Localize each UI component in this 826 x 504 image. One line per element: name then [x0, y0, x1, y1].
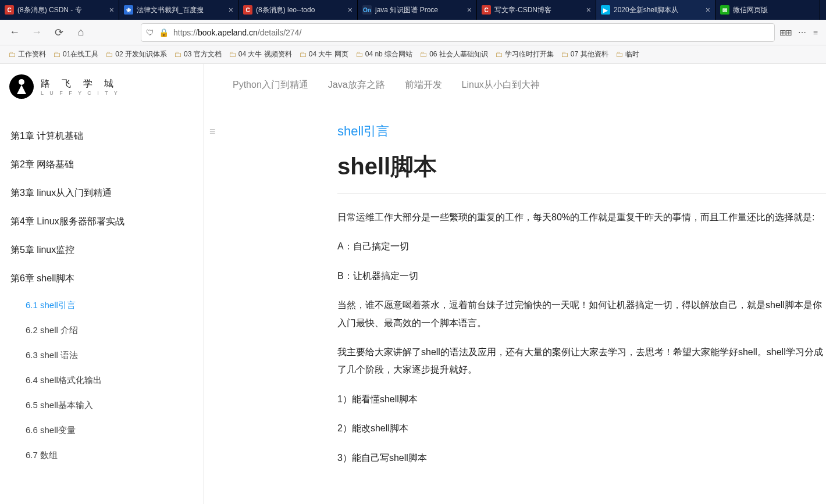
forward-button[interactable]: → [28, 24, 45, 41]
browser-tab[interactable]: C写文章-CSDN博客× [477, 0, 596, 20]
bookmarks-bar: 🗀工作资料 🗀01在线工具 🗀02 开发知识体系 🗀03 官方文档 🗀04 大牛… [0, 45, 826, 64]
sidebar[interactable]: 路 飞 学 城 L U F F Y C I T Y 第1章 计算机基础 第2章 … [0, 64, 204, 504]
logo-icon [9, 74, 34, 99]
topnav-link[interactable]: Java放弃之路 [328, 79, 385, 91]
browser-tabstrip: C(8条消息) CSDN - 专× ❀法律文书裁判_百度搜× C(8条消息) l… [0, 0, 826, 20]
home-button[interactable]: ⌂ [72, 24, 90, 41]
sidebar-subitem[interactable]: 6.6 shell变量 [0, 418, 204, 443]
url-text: https://book.apeland.cn/details/274/ [173, 28, 301, 37]
topnav-link[interactable]: Linux从小白到大神 [462, 79, 540, 91]
main-area: Python入门到精通 Java放弃之路 前端开发 Linux从小白到大神 ≡ … [204, 64, 826, 504]
close-icon[interactable]: × [467, 5, 472, 15]
topnav-link[interactable]: Python入门到精通 [233, 79, 308, 91]
browser-tab[interactable]: C(8条消息) leo--todo× [238, 0, 358, 20]
paragraph: 2）能改shell脚本 [337, 420, 826, 437]
sidebar-subitem[interactable]: 6.3 shell 语法 [0, 343, 204, 368]
folder-icon: 🗀 [615, 50, 623, 59]
hamburger-icon[interactable]: ≡ [209, 126, 216, 138]
favicon-bilibili-icon: ▶ [601, 5, 610, 15]
bookmark-folder[interactable]: 🗀03 官方文档 [174, 49, 222, 59]
paragraph: 1）能看懂shell脚本 [337, 391, 826, 408]
close-icon[interactable]: × [229, 5, 233, 15]
browser-tab[interactable]: ✉微信网页版 [715, 0, 820, 20]
bookmark-folder[interactable]: 🗀06 社会人基础知识 [419, 49, 488, 59]
page-title: shell脚本 [337, 151, 826, 183]
paragraph: 我主要给大家讲解了shell的语法及应用，还有大量的案例让大家去学习，去思考！希… [337, 344, 826, 379]
sidebar-subitem[interactable]: 6.2 shell 介绍 [0, 318, 204, 343]
tab-title: 2020全新shell脚本从 [614, 5, 702, 15]
bookmark-folder[interactable]: 🗀学习临时打开集 [495, 49, 554, 59]
topnav-link[interactable]: 前端开发 [405, 79, 442, 91]
folder-icon: 🗀 [8, 50, 16, 59]
bookmark-folder[interactable]: 🗀02 开发知识体系 [105, 49, 167, 59]
bookmark-folder[interactable]: 🗀07 其他资料 [561, 49, 608, 59]
tab-title: (8条消息) leo--todo [256, 5, 344, 15]
browser-toolbar: ← → ⟳ ⌂ 🛡 🔒 https://book.apeland.cn/deta… [0, 20, 826, 45]
browser-tab[interactable]: ▶2020全新shell脚本从× [596, 0, 715, 20]
favicon-baidu-icon: ❀ [124, 5, 133, 15]
folder-icon: 🗀 [299, 50, 307, 59]
tab-title: 法律文书裁判_百度搜 [137, 5, 225, 15]
favicon-wechat-icon: ✉ [720, 5, 729, 15]
paragraph: B：让机器搞定一切 [337, 267, 826, 285]
shield-icon[interactable]: 🛡 [146, 28, 154, 37]
bookmark-folder[interactable]: 🗀04 nb 综合网站 [355, 49, 412, 59]
close-icon[interactable]: × [586, 5, 591, 15]
bookmark-folder[interactable]: 🗀04 大牛 视频资料 [229, 49, 292, 59]
tab-title: (8条消息) CSDN - 专 [17, 5, 106, 15]
sidebar-subitem-active[interactable]: 6.1 shell引言 [0, 293, 204, 318]
sidebar-subitem[interactable]: 6.7 数组 [0, 443, 204, 468]
more-icon[interactable]: ⋯ [798, 28, 806, 37]
browser-tab[interactable]: Onjava 知识图谱 Proce× [358, 0, 477, 20]
folder-icon: 🗀 [53, 50, 60, 59]
paragraph: 当然，谁不愿意喝着茶水，逗着前台妹子过完愉快的一天呢！如何让机器搞定一切，得以解… [337, 296, 826, 332]
breadcrumb[interactable]: shell引言 [337, 123, 826, 140]
favicon-csdn-icon: C [5, 5, 14, 15]
menu-icon[interactable]: ≡ [813, 28, 818, 37]
sidebar-subitem[interactable]: 6.5 shell基本输入 [0, 393, 204, 418]
address-bar[interactable]: 🛡 🔒 https://book.apeland.cn/details/274/ [141, 23, 775, 42]
qr-icon[interactable]: ⊞⊞ [779, 28, 791, 37]
sidebar-chapter[interactable]: 第6章 shell脚本 [0, 264, 204, 293]
favicon-csdn-icon: C [243, 5, 252, 15]
page-content: 路 飞 学 城 L U F F Y C I T Y 第1章 计算机基础 第2章 … [0, 64, 826, 504]
divider [337, 193, 826, 194]
browser-tab[interactable]: ❀法律文书裁判_百度搜× [119, 0, 238, 20]
bookmark-folder[interactable]: 🗀工作资料 [8, 49, 46, 59]
folder-icon: 🗀 [419, 50, 427, 59]
folder-icon: 🗀 [174, 50, 181, 59]
browser-tab[interactable]: C(8条消息) CSDN - 专× [0, 0, 119, 20]
bookmark-folder[interactable]: 🗀01在线工具 [53, 49, 98, 59]
reload-button[interactable]: ⟳ [50, 24, 67, 41]
sidebar-chapter[interactable]: 第3章 linux从入门到精通 [0, 179, 204, 208]
toolbar-right: ⊞⊞ ⋯ ≡ [779, 28, 820, 37]
logo-title: 路 飞 学 城 [41, 78, 120, 90]
close-icon[interactable]: × [348, 5, 353, 15]
sidebar-chapter[interactable]: 第4章 Linux服务器部署实战 [0, 208, 204, 236]
logo-subtitle: L U F F Y C I T Y [41, 90, 120, 96]
folder-icon: 🗀 [105, 50, 113, 59]
top-nav: Python入门到精通 Java放弃之路 前端开发 Linux从小白到大神 [204, 64, 826, 99]
sidebar-chapter[interactable]: 第5章 linux监控 [0, 236, 204, 264]
sidebar-chapter[interactable]: 第1章 计算机基础 [0, 122, 204, 151]
tab-title: 写文章-CSDN博客 [494, 5, 583, 15]
folder-icon: 🗀 [355, 50, 363, 59]
lock-warning-icon[interactable]: 🔒 [159, 28, 169, 37]
close-icon[interactable]: × [706, 5, 710, 15]
site-logo[interactable]: 路 飞 学 城 L U F F Y C I T Y [0, 64, 204, 105]
tab-title: 微信网页版 [733, 5, 815, 15]
bookmark-folder[interactable]: 🗀04 大牛 网页 [299, 49, 348, 59]
paragraph: 日常运维工作大部分是一些繁琐的重复的工作，每天80%的工作就是重复干昨天的事情，… [337, 209, 826, 226]
article: shell引言 shell脚本 日常运维工作大部分是一些繁琐的重复的工作，每天8… [204, 99, 826, 467]
bookmark-folder[interactable]: 🗀临时 [615, 49, 639, 59]
favicon-csdn-icon: C [482, 5, 491, 15]
close-icon[interactable]: × [109, 5, 114, 15]
sidebar-subitem[interactable]: 6.4 shell格式化输出 [0, 368, 204, 393]
back-button[interactable]: ← [6, 24, 23, 41]
tab-title: java 知识图谱 Proce [375, 5, 464, 15]
favicon-on-icon: On [362, 5, 372, 15]
folder-icon: 🗀 [561, 50, 568, 59]
paragraph: A：自己搞定一切 [337, 238, 826, 255]
sidebar-chapter[interactable]: 第2章 网络基础 [0, 151, 204, 179]
paragraph: 3）能自己写shell脚本 [337, 449, 826, 467]
